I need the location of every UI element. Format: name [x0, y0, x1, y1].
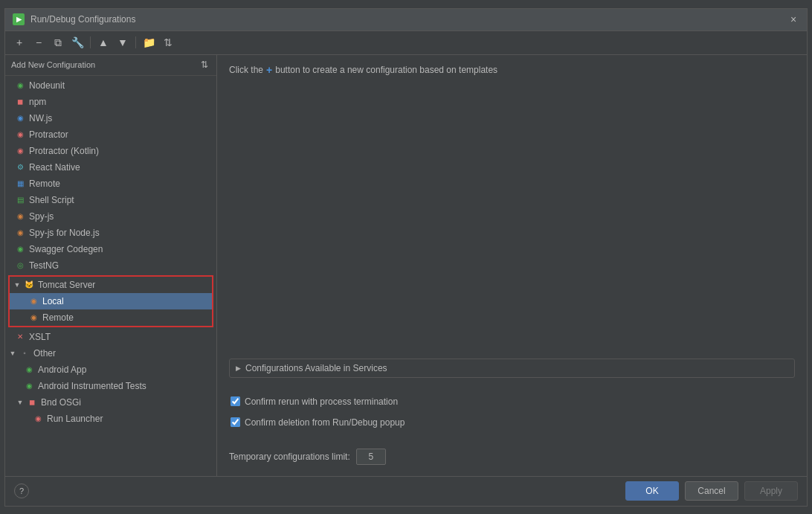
- nodeunit-label: Nodeunit: [29, 80, 216, 91]
- tomcat-icon: 🐱: [23, 279, 35, 291]
- help-button[interactable]: ?: [14, 484, 29, 498]
- other-icon: ◦: [19, 347, 30, 359]
- spyjs-node-label: Spy-js for Node.js: [29, 228, 216, 238]
- config-section-header[interactable]: ▶ Configurations Available in Services: [230, 359, 794, 377]
- temp-config-input[interactable]: [356, 449, 386, 465]
- list-item[interactable]: ◉ Swagger Codegen: [5, 241, 216, 257]
- nwjs-label: NW.js: [29, 113, 216, 123]
- other-expand-arrow: ▼: [8, 349, 17, 358]
- protractor-kotlin-label: Protractor (Kotlin): [29, 146, 216, 156]
- protractor-kotlin-icon: ◉: [14, 145, 26, 157]
- right-panel: Click the + button to create a new confi…: [217, 55, 807, 476]
- run-launcher-icon: ◉: [32, 413, 44, 425]
- toolbar-separator-2: [135, 36, 136, 48]
- list-item[interactable]: ▦ Remote: [5, 176, 216, 192]
- config-section-arrow: ▶: [236, 364, 241, 372]
- dialog-title: Run/Debug Configurations: [30, 14, 787, 25]
- local-item[interactable]: ◉ Local: [10, 293, 212, 309]
- move-up-button[interactable]: ▲: [95, 34, 112, 51]
- close-button[interactable]: ×: [787, 13, 799, 25]
- main-content: Add New Configuration ⇅ ◉ Nodeunit ◼ npm…: [5, 55, 807, 476]
- other-category[interactable]: ▼ ◦ Other: [5, 345, 216, 362]
- wrench-button[interactable]: 🔧: [69, 34, 86, 51]
- spyjs-icon: ◉: [14, 211, 26, 222]
- react-native-icon: ⚙: [14, 161, 26, 173]
- config-available-section: ▶ Configurations Available in Services: [229, 359, 795, 378]
- toolbar-separator: [90, 36, 91, 48]
- list-item[interactable]: ◉ Android App: [5, 362, 216, 378]
- list-item[interactable]: ⚙ React Native: [5, 159, 216, 176]
- list-item[interactable]: ▤ Shell Script: [5, 192, 216, 208]
- bottom-right: OK Cancel Apply: [625, 481, 798, 501]
- spyjs-node-icon: ◉: [14, 227, 26, 239]
- tomcat-server-label: Tomcat Server: [38, 280, 212, 290]
- run-launcher-label: Run Launcher: [47, 414, 216, 424]
- tree-list: ◉ Nodeunit ◼ npm ◉ NW.js ◉ Protractor: [5, 76, 216, 476]
- shell-script-icon: ▤: [14, 194, 26, 206]
- left-panel-sort-button[interactable]: ⇅: [199, 59, 210, 71]
- swagger-icon: ◉: [14, 243, 26, 255]
- list-item[interactable]: ◼ npm: [5, 94, 216, 110]
- bnd-expand-arrow: ▼: [16, 398, 25, 407]
- list-item[interactable]: ◎ TestNG: [5, 257, 216, 274]
- android-instrumented-label: Android Instrumented Tests: [38, 381, 216, 391]
- remote-tomcat-icon: ◉: [28, 312, 39, 324]
- right-panel-spacer: [229, 88, 795, 359]
- npm-icon: ◼: [14, 96, 26, 108]
- cancel-button[interactable]: Cancel: [685, 481, 738, 501]
- android-app-icon: ◉: [23, 364, 35, 376]
- list-item[interactable]: ✕ XSLT: [5, 329, 216, 345]
- left-panel-header: Add New Configuration ⇅: [5, 55, 216, 76]
- list-item[interactable]: ◉ Android Instrumented Tests: [5, 378, 216, 394]
- android-app-label: Android App: [38, 364, 216, 375]
- confirm-deletion-checkbox[interactable]: [231, 417, 240, 427]
- confirm-rerun-checkbox[interactable]: [231, 396, 240, 406]
- tomcat-server-category[interactable]: ▼ 🐱 Tomcat Server: [10, 277, 212, 293]
- list-item[interactable]: ◉ NW.js: [5, 110, 216, 126]
- remote-tomcat-item[interactable]: ◉ Remote: [10, 309, 212, 326]
- bnd-icon: ◼: [26, 396, 38, 408]
- apply-button[interactable]: Apply: [744, 481, 798, 501]
- tomcat-expand-arrow: ▼: [13, 280, 22, 289]
- remote-icon: ▦: [14, 178, 26, 190]
- nodeunit-icon: ◉: [14, 80, 26, 91]
- protractor-icon: ◉: [14, 129, 26, 141]
- info-text-before: Click the: [229, 65, 263, 75]
- list-item[interactable]: ◉ Run Launcher: [5, 411, 216, 427]
- checkbox-row-1: Confirm rerun with process termination: [229, 393, 795, 411]
- checkboxes-area: Confirm rerun with process termination C…: [229, 387, 795, 440]
- right-panel-info: Click the + button to create a new confi…: [229, 64, 795, 76]
- bnd-osgi-label: Bnd OSGi: [41, 397, 216, 408]
- bottom-bar: ? OK Cancel Apply: [5, 476, 807, 506]
- config-section-label: Configurations Available in Services: [245, 363, 387, 373]
- sort-button[interactable]: ⇅: [160, 34, 176, 51]
- move-down-button[interactable]: ▼: [115, 34, 131, 51]
- list-item[interactable]: ◉ Protractor: [5, 126, 216, 143]
- info-text-after: button to create a new configuration bas…: [275, 65, 497, 75]
- react-native-label: React Native: [29, 162, 216, 173]
- local-label: Local: [42, 296, 212, 306]
- add-config-button[interactable]: +: [11, 34, 28, 51]
- other-label: Other: [33, 348, 216, 359]
- list-item[interactable]: ◉ Spy-js for Node.js: [5, 225, 216, 241]
- xslt-icon: ✕: [14, 331, 26, 343]
- confirm-deletion-label: Confirm deletion from Run/Debug popup: [245, 417, 405, 428]
- bottom-left: ?: [14, 484, 29, 498]
- run-debug-dialog: ▶ Run/Debug Configurations × + − ⧉ 🔧 ▲ ▼…: [4, 8, 808, 507]
- list-item[interactable]: ◉ Spy-js: [5, 208, 216, 225]
- remove-config-button[interactable]: −: [30, 34, 47, 51]
- shell-script-label: Shell Script: [29, 195, 216, 205]
- confirm-rerun-label: Confirm rerun with process termination: [245, 396, 398, 407]
- left-panel-title: Add New Configuration: [11, 60, 95, 69]
- list-item[interactable]: ◉ Protractor (Kotlin): [5, 143, 216, 159]
- copy-config-button[interactable]: ⧉: [50, 34, 66, 51]
- remote-label: Remote: [29, 179, 216, 189]
- list-item[interactable]: ◉ Nodeunit: [5, 77, 216, 94]
- spyjs-label: Spy-js: [29, 211, 216, 222]
- folder-button[interactable]: 📁: [141, 34, 157, 51]
- left-panel: Add New Configuration ⇅ ◉ Nodeunit ◼ npm…: [5, 55, 217, 476]
- ok-button[interactable]: OK: [625, 481, 679, 501]
- bnd-osgi-category[interactable]: ▼ ◼ Bnd OSGi: [5, 394, 216, 411]
- testng-icon: ◎: [14, 260, 26, 272]
- title-bar: ▶ Run/Debug Configurations ×: [5, 9, 807, 31]
